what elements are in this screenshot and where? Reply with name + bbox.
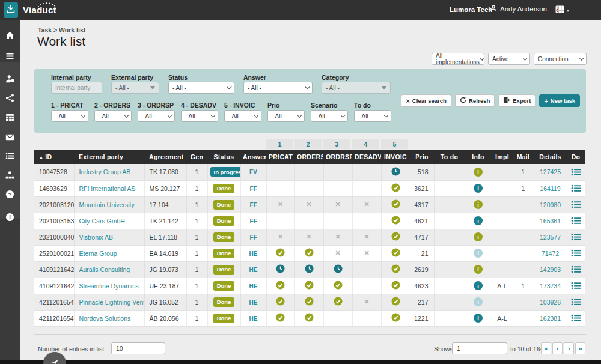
external-party-link[interactable]: City Cars GmbH <box>79 217 125 225</box>
current-page-input[interactable] <box>452 342 507 354</box>
entries-per-page-input[interactable] <box>111 342 165 354</box>
sidebar-item-sitemap[interactable] <box>0 168 20 184</box>
filter-select-category[interactable]: - All - <box>322 82 391 94</box>
scope-select-1[interactable]: Active <box>488 53 530 65</box>
column-header-details[interactable]: Details <box>534 150 567 164</box>
info-icon[interactable]: i <box>474 297 483 306</box>
app-logo[interactable] <box>4 2 18 18</box>
filter-select-4-desadv[interactable]: - All - <box>181 110 218 122</box>
first-page-button[interactable]: « <box>541 342 551 354</box>
column-header-info[interactable]: Info <box>465 150 492 164</box>
details-link[interactable]: 162381 <box>540 315 561 322</box>
column-header-ordrsp[interactable]: ORDRSP <box>323 150 352 164</box>
filter-select-scenario[interactable]: - All - <box>311 110 348 122</box>
column-header-answer[interactable]: Answer <box>240 150 266 164</box>
doc-tab-1[interactable]: 1 <box>266 139 293 149</box>
details-link[interactable]: 71472 <box>542 250 559 257</box>
external-party-link[interactable]: Vistronix AB <box>79 234 113 241</box>
external-party-link[interactable]: Nordova Solutions <box>79 315 131 322</box>
info-icon[interactable]: i <box>474 314 483 323</box>
clear-search-button[interactable]: ×Clear search <box>401 94 451 107</box>
doc-tab-4[interactable]: 4 <box>352 139 379 149</box>
details-link[interactable]: 164119 <box>540 185 560 192</box>
external-party-link[interactable]: Mountain University <box>79 201 135 208</box>
doc-tab-5[interactable]: 5 <box>381 139 408 149</box>
row-menu-icon[interactable] <box>571 233 581 241</box>
info-icon[interactable]: i <box>474 249 483 258</box>
filter-select-prio[interactable]: - All - <box>267 110 305 122</box>
internal-party-input[interactable] <box>51 82 102 94</box>
details-link[interactable]: 165361 <box>540 217 561 225</box>
info-icon[interactable]: i <box>474 200 483 209</box>
filter-select-5-invoic[interactable]: - All - <box>224 110 261 122</box>
row-menu-icon[interactable] <box>571 184 581 192</box>
filter-select-status[interactable]: - All - <box>168 82 234 94</box>
sidebar-item-table[interactable] <box>0 111 20 126</box>
sidebar-item-mail[interactable] <box>0 130 20 145</box>
filter-select-to-do[interactable]: - All - <box>354 110 391 122</box>
sidebar-item-list[interactable] <box>0 149 20 165</box>
details-link[interactable]: 120980 <box>540 201 561 208</box>
details-link[interactable]: 103926 <box>540 299 561 306</box>
chat-widget-button[interactable] <box>43 352 66 364</box>
row-menu-icon[interactable] <box>571 201 581 208</box>
filter-select-external-party[interactable]: - All - <box>111 82 159 94</box>
external-party-link[interactable]: Streamline Dynamics <box>79 282 139 290</box>
last-page-button[interactable]: » <box>575 342 585 354</box>
scope-select-2[interactable]: Connection <box>534 53 587 65</box>
column-header-to-do[interactable]: To do <box>434 150 465 164</box>
column-header-do[interactable]: Do <box>567 150 585 164</box>
column-header-id[interactable]: ▲ID <box>34 150 74 164</box>
filter-select-3-ordrsp[interactable]: - All - <box>138 110 175 122</box>
sidebar-item-home[interactable] <box>0 29 20 44</box>
column-header-external-party[interactable]: External party <box>74 150 144 164</box>
column-header-gen[interactable]: Gen <box>186 150 207 164</box>
user-menu[interactable]: Andy Anderson <box>490 5 547 13</box>
row-menu-icon[interactable] <box>571 168 581 176</box>
scope-select-0[interactable]: All implementations <box>432 53 484 65</box>
new-task-button[interactable]: +New task <box>539 94 580 107</box>
sidebar-item-help[interactable]: ? <box>0 187 20 203</box>
previous-page-button[interactable]: ‹ <box>552 342 563 354</box>
info-icon[interactable]: i <box>474 265 483 274</box>
column-header-pricat[interactable]: PRICAT <box>266 150 294 164</box>
external-party-link[interactable]: Eterna Group <box>79 250 117 257</box>
external-party-link[interactable]: Pinnacle Lightning Ventures <box>79 299 145 306</box>
next-page-button[interactable]: › <box>564 342 574 354</box>
column-header-orders[interactable]: ORDERS <box>294 150 323 164</box>
column-header-desadv[interactable]: DESADV <box>352 150 381 164</box>
external-party-link[interactable]: RFI International AS <box>79 185 136 192</box>
sidebar-item-info-circle[interactable]: i <box>0 210 20 226</box>
details-link[interactable]: 142903 <box>540 266 561 273</box>
row-menu-icon[interactable] <box>571 265 581 273</box>
info-icon[interactable]: i <box>474 216 483 225</box>
filter-select-2-orders[interactable]: - All - <box>94 110 132 122</box>
external-party-link[interactable]: Auralis Consulting <box>79 266 130 273</box>
column-header-impl[interactable]: Impl <box>492 150 513 164</box>
refresh-button[interactable]: Refresh <box>455 94 495 107</box>
row-menu-icon[interactable] <box>571 282 581 290</box>
external-party-link[interactable]: Industry Group AB <box>79 168 131 175</box>
info-icon[interactable]: i <box>474 184 483 193</box>
row-menu-icon[interactable] <box>571 298 581 306</box>
row-menu-icon[interactable] <box>571 217 581 225</box>
export-button[interactable]: Export <box>498 94 535 107</box>
column-header-prio[interactable]: Prio <box>410 150 434 164</box>
details-link[interactable]: 127425 <box>540 168 561 175</box>
apps-menu[interactable]: ▾ <box>555 5 569 16</box>
doc-tab-2[interactable]: 2 <box>294 139 322 149</box>
sidebar-item-menu[interactable] <box>0 49 20 65</box>
column-header-agreement[interactable]: Agreement <box>144 150 186 164</box>
row-menu-icon[interactable] <box>571 249 581 257</box>
column-header-invoic[interactable]: INVOIC <box>381 150 410 164</box>
details-link[interactable]: 123577 <box>540 234 561 241</box>
details-link[interactable]: 173734 <box>540 282 561 290</box>
sidebar-item-share[interactable] <box>0 91 20 107</box>
row-menu-icon[interactable] <box>571 314 581 322</box>
doc-tab-3[interactable]: 3 <box>323 139 350 149</box>
sidebar-item-user-settings[interactable] <box>0 72 20 88</box>
filter-select-1-pricat[interactable]: - All - <box>51 110 88 122</box>
info-icon[interactable]: i <box>474 232 483 241</box>
info-icon[interactable]: i <box>474 281 483 290</box>
info-icon[interactable]: i <box>474 168 483 177</box>
